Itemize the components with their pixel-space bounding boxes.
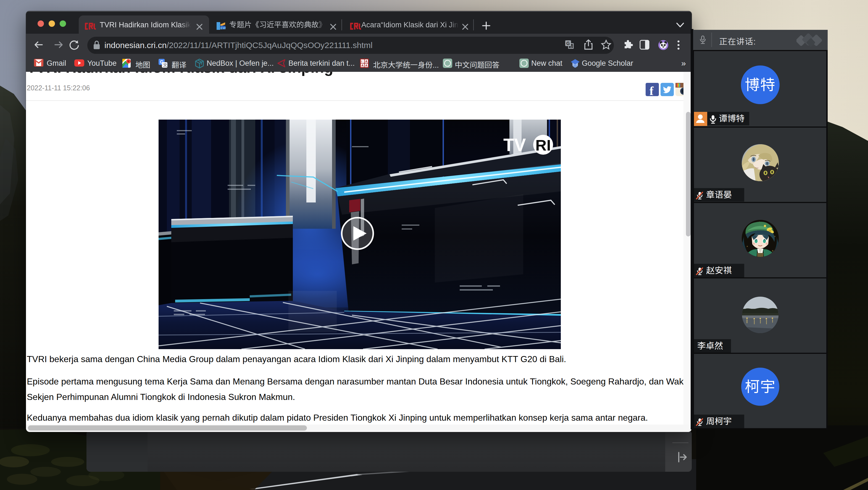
svg-text:文: 文 [569, 45, 573, 49]
svg-text:RI: RI [535, 136, 551, 154]
svg-text:文: 文 [163, 63, 167, 67]
svg-text:EWS: EWS [220, 26, 226, 30]
svg-text:A: A [361, 64, 364, 67]
svg-text:A: A [365, 64, 367, 67]
svg-text:A: A [365, 60, 367, 63]
svg-text:i: i [361, 60, 362, 63]
svg-text:TV: TV [503, 135, 526, 155]
